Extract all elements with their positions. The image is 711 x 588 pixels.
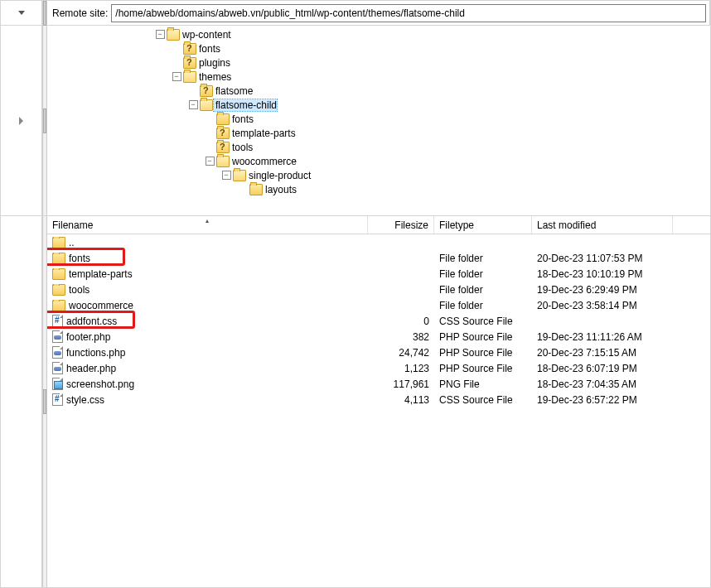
tree-indent xyxy=(47,41,172,55)
tree-indent xyxy=(47,140,205,154)
local-dropdown-button[interactable] xyxy=(16,7,27,20)
tree-node[interactable]: template-parts xyxy=(47,126,710,140)
file-row[interactable]: woocommerceFile folder20-Dec-23 3:58:14 … xyxy=(47,297,710,313)
cell-lastmodified: 19-Dec-23 6:29:49 PM xyxy=(532,284,673,296)
tree-node[interactable]: themes xyxy=(47,70,710,84)
tree-indent xyxy=(47,70,172,84)
cell-filesize: 24,742 xyxy=(368,347,434,359)
filename-label: template-parts xyxy=(69,268,133,280)
tree-node-label: single-product xyxy=(247,170,311,181)
file-row[interactable]: style.css4,113CSS Source File19-Dec-23 6… xyxy=(47,392,710,407)
local-files-collapsed xyxy=(1,216,42,587)
cell-filename: screenshot.png xyxy=(47,378,368,390)
file-row[interactable]: addfont.css0CSS Source File xyxy=(47,313,710,329)
file-row[interactable]: .. xyxy=(47,234,710,250)
column-header-lastmodified[interactable]: Last modified xyxy=(532,216,673,234)
filename-label: header.php xyxy=(66,363,116,374)
file-list-section: Filename ▴ Filesize Filetype Last modifi… xyxy=(1,216,710,587)
tree-node-label: plugins xyxy=(197,57,230,69)
tree-node-label: template-parts xyxy=(230,128,296,139)
tree-node-label: themes xyxy=(197,71,231,83)
column-label: Filesize xyxy=(394,219,428,231)
remote-site-bar: Remote site: xyxy=(47,1,710,25)
file-row[interactable]: template-partsFile folder18-Dec-23 10:10… xyxy=(47,266,710,282)
cell-filetype: PHP Source File xyxy=(434,331,532,343)
tree-indent xyxy=(47,154,205,168)
tree-node[interactable]: wp-content xyxy=(47,27,710,41)
local-site-collapsed xyxy=(1,1,42,25)
column-label: Filename xyxy=(52,219,93,231)
folder-open-icon xyxy=(216,156,230,167)
tree-node-label: fonts xyxy=(197,43,220,55)
file-row[interactable]: footer.php382PHP Source File19-Dec-23 11… xyxy=(47,329,710,345)
no-expander xyxy=(238,185,248,195)
file-row[interactable]: screenshot.png117,961PNG File18-Dec-23 7… xyxy=(47,376,710,392)
tree-node[interactable]: fonts xyxy=(47,112,710,126)
tree-node[interactable]: plugins xyxy=(47,55,710,70)
cell-filetype: PHP Source File xyxy=(434,363,532,374)
column-label: Last modified xyxy=(537,219,596,231)
tree-node[interactable]: fonts xyxy=(47,41,710,55)
cell-filename: fonts xyxy=(47,253,368,264)
cell-filename: template-parts xyxy=(47,268,368,280)
cell-filetype: File folder xyxy=(434,253,532,264)
filename-label: functions.php xyxy=(66,347,125,359)
filename-label: style.css xyxy=(66,394,104,406)
tree-node[interactable]: flatsome xyxy=(47,84,710,98)
collapse-icon[interactable] xyxy=(188,100,198,110)
tree-indent xyxy=(47,98,188,112)
file-row[interactable]: header.php1,123PHP Source File18-Dec-23 … xyxy=(47,360,710,376)
folder-icon xyxy=(52,268,65,280)
tree-node-label: flatsome-child xyxy=(214,99,277,111)
column-header-filesize[interactable]: Filesize xyxy=(368,216,434,234)
tree-node-label: tools xyxy=(230,142,253,153)
cell-filename: footer.php xyxy=(47,330,368,343)
folder-icon xyxy=(52,253,65,264)
folder-unknown-icon xyxy=(183,57,196,69)
no-expander xyxy=(188,86,198,96)
cell-filetype: File folder xyxy=(434,268,532,280)
cell-lastmodified: 20-Dec-23 3:58:14 PM xyxy=(532,300,673,311)
tree-node[interactable]: single-product xyxy=(47,168,710,182)
tree-indent xyxy=(47,55,172,70)
chevron-right-icon xyxy=(19,117,24,125)
no-expander xyxy=(172,58,181,68)
cell-filetype: File folder xyxy=(434,300,532,311)
filename-label: footer.php xyxy=(66,331,110,343)
tree-indent xyxy=(47,27,155,41)
folder-open-icon xyxy=(200,99,213,111)
file-list-scroll[interactable]: ..fontsFile folder20-Dec-23 11:07:53 PMt… xyxy=(47,234,710,587)
filename-label: woocommerce xyxy=(69,300,133,311)
remote-path-input[interactable] xyxy=(111,4,706,22)
collapse-icon[interactable] xyxy=(205,157,215,166)
collapse-icon[interactable] xyxy=(155,30,165,40)
tree-node[interactable]: layouts xyxy=(47,182,710,196)
cell-filename: header.php xyxy=(47,362,368,374)
file-row[interactable]: fontsFile folder20-Dec-23 11:07:53 PM xyxy=(47,250,710,266)
folder-unknown-icon xyxy=(200,85,213,97)
folder-icon xyxy=(52,284,65,296)
tree-indent xyxy=(47,84,188,98)
file-row[interactable]: functions.php24,742PHP Source File20-Dec… xyxy=(47,345,710,360)
remote-directory-tree[interactable]: wp-contentfontspluginsthemesflatsomeflat… xyxy=(47,26,710,215)
cell-filesize: 382 xyxy=(368,331,434,343)
cell-lastmodified: 18-Dec-23 6:07:19 PM xyxy=(532,363,673,374)
tree-node[interactable]: flatsome-child xyxy=(47,98,710,112)
cell-filename: functions.php xyxy=(47,346,368,359)
column-header-filetype[interactable]: Filetype xyxy=(434,216,532,234)
file-row[interactable]: toolsFile folder19-Dec-23 6:29:49 PM xyxy=(47,282,710,297)
php-file-icon xyxy=(52,330,63,343)
cell-filename: woocommerce xyxy=(47,300,368,311)
tree-node-label: fonts xyxy=(230,113,254,125)
collapse-icon[interactable] xyxy=(172,72,181,82)
tree-node[interactable]: woocommerce xyxy=(47,154,710,168)
css-file-icon xyxy=(52,393,63,406)
collapse-icon[interactable] xyxy=(221,171,231,181)
filename-label: fonts xyxy=(69,253,90,264)
css-file-icon xyxy=(52,315,63,327)
column-header-filename[interactable]: Filename ▴ xyxy=(47,216,368,234)
cell-filesize: 4,113 xyxy=(368,394,434,406)
chevron-down-icon xyxy=(18,11,25,16)
tree-node[interactable]: tools xyxy=(47,140,710,154)
tree-node-label: woocommerce xyxy=(230,156,297,167)
